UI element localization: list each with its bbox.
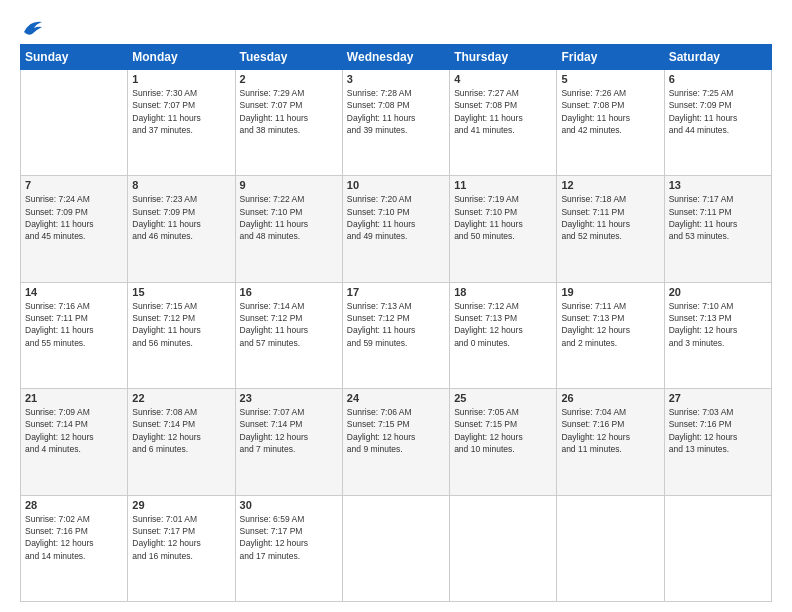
logo	[20, 18, 44, 34]
calendar-cell: 25Sunrise: 7:05 AMSunset: 7:15 PMDayligh…	[450, 389, 557, 495]
weekday-header: Wednesday	[342, 45, 449, 70]
calendar-cell: 27Sunrise: 7:03 AMSunset: 7:16 PMDayligh…	[664, 389, 771, 495]
weekday-header: Tuesday	[235, 45, 342, 70]
calendar-header-row: SundayMondayTuesdayWednesdayThursdayFrid…	[21, 45, 772, 70]
page: SundayMondayTuesdayWednesdayThursdayFrid…	[0, 0, 792, 612]
day-info: Sunrise: 7:28 AMSunset: 7:08 PMDaylight:…	[347, 87, 445, 136]
day-number: 23	[240, 392, 338, 404]
calendar-cell: 19Sunrise: 7:11 AMSunset: 7:13 PMDayligh…	[557, 282, 664, 388]
calendar-cell	[21, 70, 128, 176]
day-info: Sunrise: 7:15 AMSunset: 7:12 PMDaylight:…	[132, 300, 230, 349]
calendar-cell: 22Sunrise: 7:08 AMSunset: 7:14 PMDayligh…	[128, 389, 235, 495]
calendar-week-row: 7Sunrise: 7:24 AMSunset: 7:09 PMDaylight…	[21, 176, 772, 282]
calendar-cell: 29Sunrise: 7:01 AMSunset: 7:17 PMDayligh…	[128, 495, 235, 601]
calendar-cell: 28Sunrise: 7:02 AMSunset: 7:16 PMDayligh…	[21, 495, 128, 601]
calendar-cell	[557, 495, 664, 601]
day-info: Sunrise: 7:06 AMSunset: 7:15 PMDaylight:…	[347, 406, 445, 455]
day-number: 21	[25, 392, 123, 404]
day-number: 30	[240, 499, 338, 511]
day-info: Sunrise: 7:11 AMSunset: 7:13 PMDaylight:…	[561, 300, 659, 349]
logo-text	[20, 18, 44, 36]
calendar-cell: 30Sunrise: 6:59 AMSunset: 7:17 PMDayligh…	[235, 495, 342, 601]
day-info: Sunrise: 7:30 AMSunset: 7:07 PMDaylight:…	[132, 87, 230, 136]
calendar-week-row: 28Sunrise: 7:02 AMSunset: 7:16 PMDayligh…	[21, 495, 772, 601]
day-number: 13	[669, 179, 767, 191]
calendar-cell	[450, 495, 557, 601]
day-info: Sunrise: 6:59 AMSunset: 7:17 PMDaylight:…	[240, 513, 338, 562]
day-number: 19	[561, 286, 659, 298]
weekday-header: Thursday	[450, 45, 557, 70]
day-number: 29	[132, 499, 230, 511]
calendar-cell: 20Sunrise: 7:10 AMSunset: 7:13 PMDayligh…	[664, 282, 771, 388]
day-info: Sunrise: 7:08 AMSunset: 7:14 PMDaylight:…	[132, 406, 230, 455]
day-info: Sunrise: 7:12 AMSunset: 7:13 PMDaylight:…	[454, 300, 552, 349]
calendar-cell: 15Sunrise: 7:15 AMSunset: 7:12 PMDayligh…	[128, 282, 235, 388]
calendar-cell: 5Sunrise: 7:26 AMSunset: 7:08 PMDaylight…	[557, 70, 664, 176]
day-number: 17	[347, 286, 445, 298]
day-number: 14	[25, 286, 123, 298]
calendar-cell: 18Sunrise: 7:12 AMSunset: 7:13 PMDayligh…	[450, 282, 557, 388]
weekday-header: Monday	[128, 45, 235, 70]
calendar-cell: 21Sunrise: 7:09 AMSunset: 7:14 PMDayligh…	[21, 389, 128, 495]
weekday-header: Sunday	[21, 45, 128, 70]
day-info: Sunrise: 7:05 AMSunset: 7:15 PMDaylight:…	[454, 406, 552, 455]
day-info: Sunrise: 7:27 AMSunset: 7:08 PMDaylight:…	[454, 87, 552, 136]
day-number: 7	[25, 179, 123, 191]
day-number: 3	[347, 73, 445, 85]
day-info: Sunrise: 7:13 AMSunset: 7:12 PMDaylight:…	[347, 300, 445, 349]
day-info: Sunrise: 7:19 AMSunset: 7:10 PMDaylight:…	[454, 193, 552, 242]
calendar-cell: 2Sunrise: 7:29 AMSunset: 7:07 PMDaylight…	[235, 70, 342, 176]
calendar-cell: 3Sunrise: 7:28 AMSunset: 7:08 PMDaylight…	[342, 70, 449, 176]
day-number: 1	[132, 73, 230, 85]
calendar-cell: 14Sunrise: 7:16 AMSunset: 7:11 PMDayligh…	[21, 282, 128, 388]
calendar-cell: 16Sunrise: 7:14 AMSunset: 7:12 PMDayligh…	[235, 282, 342, 388]
day-number: 26	[561, 392, 659, 404]
day-info: Sunrise: 7:26 AMSunset: 7:08 PMDaylight:…	[561, 87, 659, 136]
calendar-cell: 13Sunrise: 7:17 AMSunset: 7:11 PMDayligh…	[664, 176, 771, 282]
day-number: 25	[454, 392, 552, 404]
calendar-cell: 11Sunrise: 7:19 AMSunset: 7:10 PMDayligh…	[450, 176, 557, 282]
calendar-cell: 26Sunrise: 7:04 AMSunset: 7:16 PMDayligh…	[557, 389, 664, 495]
day-number: 27	[669, 392, 767, 404]
calendar-week-row: 14Sunrise: 7:16 AMSunset: 7:11 PMDayligh…	[21, 282, 772, 388]
day-number: 18	[454, 286, 552, 298]
day-number: 9	[240, 179, 338, 191]
day-info: Sunrise: 7:16 AMSunset: 7:11 PMDaylight:…	[25, 300, 123, 349]
calendar-cell	[664, 495, 771, 601]
logo-bird-icon	[22, 18, 44, 36]
calendar-table: SundayMondayTuesdayWednesdayThursdayFrid…	[20, 44, 772, 602]
calendar-cell: 10Sunrise: 7:20 AMSunset: 7:10 PMDayligh…	[342, 176, 449, 282]
day-info: Sunrise: 7:25 AMSunset: 7:09 PMDaylight:…	[669, 87, 767, 136]
day-number: 11	[454, 179, 552, 191]
calendar-cell: 23Sunrise: 7:07 AMSunset: 7:14 PMDayligh…	[235, 389, 342, 495]
day-info: Sunrise: 7:03 AMSunset: 7:16 PMDaylight:…	[669, 406, 767, 455]
day-info: Sunrise: 7:23 AMSunset: 7:09 PMDaylight:…	[132, 193, 230, 242]
calendar-cell: 1Sunrise: 7:30 AMSunset: 7:07 PMDaylight…	[128, 70, 235, 176]
calendar-week-row: 21Sunrise: 7:09 AMSunset: 7:14 PMDayligh…	[21, 389, 772, 495]
calendar-cell: 8Sunrise: 7:23 AMSunset: 7:09 PMDaylight…	[128, 176, 235, 282]
weekday-header: Friday	[557, 45, 664, 70]
calendar-cell: 17Sunrise: 7:13 AMSunset: 7:12 PMDayligh…	[342, 282, 449, 388]
day-info: Sunrise: 7:20 AMSunset: 7:10 PMDaylight:…	[347, 193, 445, 242]
day-info: Sunrise: 7:24 AMSunset: 7:09 PMDaylight:…	[25, 193, 123, 242]
header	[20, 18, 772, 34]
day-info: Sunrise: 7:09 AMSunset: 7:14 PMDaylight:…	[25, 406, 123, 455]
weekday-header: Saturday	[664, 45, 771, 70]
day-number: 28	[25, 499, 123, 511]
day-number: 22	[132, 392, 230, 404]
day-number: 4	[454, 73, 552, 85]
calendar-cell	[342, 495, 449, 601]
calendar-cell: 9Sunrise: 7:22 AMSunset: 7:10 PMDaylight…	[235, 176, 342, 282]
day-info: Sunrise: 7:04 AMSunset: 7:16 PMDaylight:…	[561, 406, 659, 455]
day-info: Sunrise: 7:29 AMSunset: 7:07 PMDaylight:…	[240, 87, 338, 136]
day-number: 12	[561, 179, 659, 191]
day-number: 5	[561, 73, 659, 85]
day-number: 20	[669, 286, 767, 298]
day-info: Sunrise: 7:07 AMSunset: 7:14 PMDaylight:…	[240, 406, 338, 455]
day-number: 15	[132, 286, 230, 298]
day-number: 24	[347, 392, 445, 404]
calendar-cell: 24Sunrise: 7:06 AMSunset: 7:15 PMDayligh…	[342, 389, 449, 495]
day-info: Sunrise: 7:14 AMSunset: 7:12 PMDaylight:…	[240, 300, 338, 349]
calendar-week-row: 1Sunrise: 7:30 AMSunset: 7:07 PMDaylight…	[21, 70, 772, 176]
calendar-cell: 4Sunrise: 7:27 AMSunset: 7:08 PMDaylight…	[450, 70, 557, 176]
